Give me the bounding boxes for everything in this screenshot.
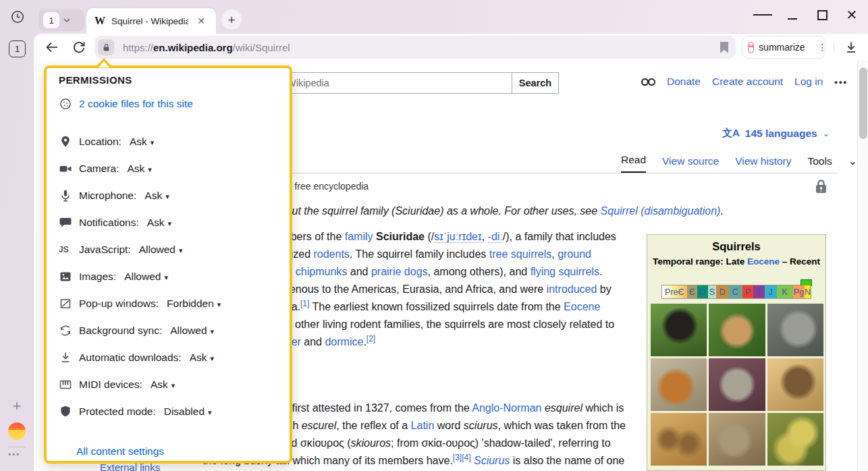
scrollbar-thumb[interactable] — [859, 67, 867, 139]
tab-read[interactable]: Read — [621, 154, 646, 173]
images-value-dropdown[interactable]: Allowed — [124, 271, 168, 283]
popups-value-dropdown[interactable]: Forbidden — [167, 298, 221, 310]
wiki-link[interactable]: dormice — [325, 336, 363, 348]
tab-close-icon[interactable]: ✕ — [194, 14, 208, 28]
window-close-button[interactable]: ✕ — [842, 5, 861, 24]
back-button[interactable] — [42, 38, 62, 57]
notifications-value-dropdown[interactable]: Ask — [147, 217, 171, 229]
new-tab-button[interactable]: + — [221, 9, 242, 30]
fox-squirrel-photo[interactable] — [651, 358, 707, 411]
wiki-link[interactable]: Latin — [411, 420, 435, 431]
permission-row-popups[interactable]: Pop-up windows: Forbidden — [59, 296, 221, 312]
cookie-files-link[interactable]: 2 cookie files for this site — [79, 98, 193, 110]
reload-button[interactable] — [69, 38, 89, 57]
timeline-period-P[interactable]: P — [742, 285, 753, 298]
camera-value-dropdown[interactable]: Ask — [127, 163, 151, 175]
wiki-link[interactable]: chipmunks — [296, 266, 347, 277]
wiki-link[interactable]: introduced — [547, 283, 597, 295]
chipmunk-photo[interactable] — [709, 304, 765, 356]
yandex-mail-icon[interactable] — [8, 422, 26, 440]
geologic-timeline[interactable]: PreЄЄOSDCPTJKPgN — [661, 285, 811, 299]
minimize-button[interactable] — [783, 5, 802, 24]
tab-group-button[interactable]: 1 — [38, 9, 84, 31]
wiki-link[interactable]: family — [345, 231, 373, 242]
permission-row-camera[interactable]: Camera: Ask — [59, 161, 152, 177]
timeline-period-S[interactable]: S — [708, 285, 717, 298]
timeline-period-T[interactable]: T — [753, 285, 764, 298]
tab-view-source[interactable]: View source — [662, 155, 719, 173]
permission-row-midi[interactable]: MIDI devices: Ask — [59, 377, 175, 393]
donate-link[interactable]: Donate — [667, 76, 701, 88]
permission-row-javascript[interactable]: JS JavaScript: Allowed — [59, 242, 182, 258]
sidebar-add-icon[interactable]: + — [9, 398, 25, 414]
wiki-link[interactable]: prairie dogs — [371, 266, 428, 277]
background-sync-value-dropdown[interactable]: Allowed — [170, 325, 214, 337]
automatic-downloads-value-dropdown[interactable]: Ask — [190, 352, 214, 364]
marmots-photo[interactable] — [709, 413, 765, 466]
location-value-dropdown[interactable]: Ask — [130, 136, 154, 148]
javascript-value-dropdown[interactable]: Allowed — [139, 244, 183, 256]
header-more-icon[interactable]: ••• — [834, 77, 848, 87]
scrollbar[interactable] — [857, 61, 868, 471]
active-tab[interactable]: W Squirrel - Wikipedia ✕ — [86, 8, 216, 34]
timeline-period-PreЄ[interactable]: PreЄ — [662, 285, 687, 298]
microphone-value-dropdown[interactable]: Ask — [144, 190, 169, 202]
permission-row-background-sync[interactable]: Background sync: Allowed — [59, 323, 214, 339]
timeline-period-C[interactable]: C — [728, 285, 742, 298]
permission-row-microphone[interactable]: Microphone: Ask — [59, 188, 169, 204]
cape-ground-squirrels-photo[interactable] — [651, 413, 707, 466]
timeline-period-Є[interactable]: Є — [687, 285, 698, 298]
midi-value-dropdown[interactable]: Ask — [151, 379, 175, 391]
timeline-period-J[interactable]: J — [765, 285, 777, 298]
wiki-link[interactable]: sɪˈjuːrɪdeɪ — [434, 231, 481, 243]
timeline-period-K[interactable]: K — [777, 285, 793, 298]
timeline-period-O[interactable]: O — [697, 285, 708, 298]
wiki-link[interactable]: [1] — [300, 299, 309, 308]
wiki-link[interactable]: -diː — [488, 231, 503, 243]
summarize-kebab-icon[interactable]: ⋮ — [815, 42, 831, 53]
eocene-link[interactable]: Eocene — [747, 256, 780, 267]
ground-squirrel-photo[interactable] — [709, 358, 765, 411]
create-account-link[interactable]: Create account — [712, 76, 783, 88]
permission-row-notifications[interactable]: Notifications: Ask — [59, 215, 171, 231]
history-clock-icon[interactable] — [8, 7, 27, 26]
gray-squirrel-photo[interactable] — [767, 304, 823, 356]
site-lock-icon[interactable] — [98, 39, 114, 55]
permission-row-location[interactable]: Location: Ask — [59, 134, 154, 150]
timeline-period-N[interactable]: N — [805, 285, 811, 298]
permission-row-images[interactable]: Images: Allowed — [59, 269, 168, 285]
wiki-link[interactable]: Anglo-Norman — [472, 402, 541, 414]
wiki-link[interactable]: Eocene — [564, 301, 600, 312]
black-giant-squirrel-photo[interactable] — [651, 304, 707, 356]
wiki-link[interactable]: tree squirrels — [489, 248, 551, 260]
wiki-link[interactable]: rodents — [313, 248, 349, 260]
timeline-period-D[interactable]: D — [716, 285, 728, 298]
wiki-search-button[interactable]: Search — [512, 72, 559, 94]
uinta-ground-squirrel-photo[interactable] — [767, 358, 823, 411]
summarize-button[interactable]: ❛❛ summarize ⋮ — [742, 36, 825, 59]
permission-row-automatic-downloads[interactable]: Automatic downloads: Ask — [59, 350, 214, 366]
tab-view-history[interactable]: View history — [735, 155, 791, 173]
all-content-settings-link[interactable]: All content settings — [76, 445, 164, 458]
login-link[interactable]: Log in — [794, 76, 823, 88]
chevron-down-icon[interactable]: ⌄ — [848, 155, 857, 173]
sidebar-tab-count-badge[interactable]: 1 — [9, 40, 26, 57]
languages-button[interactable]: 文A 145 languages ⌄ — [722, 127, 830, 140]
permission-row-protected-mode[interactable]: Protected mode: Disabled — [59, 404, 212, 420]
wiki-link[interactable]: flying squirrels — [531, 266, 599, 277]
wiki-link[interactable]: Sciurus — [474, 455, 510, 466]
appearance-glasses-icon[interactable] — [641, 78, 655, 86]
all-content-settings-row[interactable]: All content settings — [76, 443, 164, 460]
wiki-link[interactable]: [2] — [367, 334, 375, 343]
tab-tools[interactable]: Tools — [808, 155, 832, 173]
address-bar[interactable]: https://en.wikipedia.org/wiki/Squirrel — [94, 36, 736, 59]
bookmark-flag-icon[interactable] — [720, 42, 729, 53]
wiki-link[interactable]: Squirrel (disambiguation) — [601, 205, 721, 217]
protected-mode-value-dropdown[interactable]: Disabled — [164, 406, 212, 418]
maximize-button[interactable] — [813, 5, 832, 24]
sidebar-more-icon[interactable]: ••• — [8, 449, 20, 460]
wiki-link[interactable]: [3][4] — [453, 453, 471, 462]
timeline-period-Pg[interactable]: Pg — [793, 285, 805, 298]
menu-hamburger-icon[interactable] — [753, 5, 772, 24]
downloads-button[interactable] — [841, 37, 861, 57]
